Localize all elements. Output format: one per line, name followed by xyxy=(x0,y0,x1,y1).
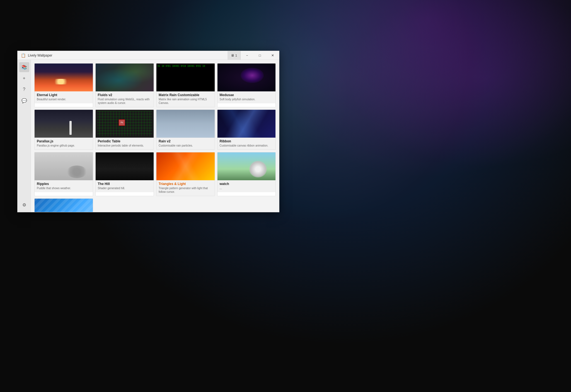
card-info-ripples: Ripples Puddle that shows weather. xyxy=(35,180,93,192)
card-desc-watch: ... xyxy=(220,186,274,190)
close-button[interactable]: ✕ xyxy=(266,51,279,60)
wallpaper-card-ribbon[interactable]: Ribbon Customisable canvas ribbon animat… xyxy=(217,109,276,150)
card-info-matrix-rain: Matrix Rain Customizable Matrix like rai… xyxy=(156,91,215,107)
card-title-medusae: Medusae xyxy=(220,93,274,97)
card-thumbnail-eternal-light xyxy=(35,64,93,91)
card-desc-fluids-v2: Fluid simulation using WebGL, reacts wit… xyxy=(98,98,152,105)
wallpaper-card-medusae[interactable]: Medusae Soft body jellyfish simulation. xyxy=(217,63,276,107)
titlebar: 📋 Lively Wallpaper 🖥 1 − □ ✕ xyxy=(18,51,279,60)
minimize-button[interactable]: − xyxy=(241,51,253,60)
maximize-button[interactable]: □ xyxy=(253,51,266,60)
card-desc-triangles-light: Triangle pattern generator with light th… xyxy=(159,186,212,194)
card-desc-parallax: Parallax.js engine github page. xyxy=(37,144,91,147)
card-desc-matrix-rain: Matrix like rain animation using HTML5 C… xyxy=(159,98,212,105)
card-desc-medusae: Soft body jellyfish simulation. xyxy=(220,98,274,101)
card-title-the-hill: The Hill xyxy=(98,182,152,186)
wallpaper-card-periodic-table[interactable]: Periodic Table Interactive periodic tabl… xyxy=(95,109,154,150)
card-thumbnail-ribbon xyxy=(217,110,276,138)
card-title-rain-v2: Rain v2 xyxy=(159,139,212,143)
card-info-parallax: Parallax.js Parallax.js engine github pa… xyxy=(35,138,93,150)
card-title-watch: watch xyxy=(220,182,274,186)
monitor-button[interactable]: 🖥 1 xyxy=(228,51,241,60)
card-title-parallax: Parallax.js xyxy=(37,139,91,143)
wallpaper-card-eternal-light[interactable]: Eternal Light Beautiful sunset render. xyxy=(34,63,93,107)
card-info-triangles-light: Triangles & Light Triangle pattern gener… xyxy=(156,180,215,196)
monitor-count: 1 xyxy=(235,54,237,57)
card-thumbnail-medusae xyxy=(217,64,276,91)
wallpaper-card-watch[interactable]: watch ... xyxy=(217,152,276,196)
card-thumbnail-fluids-v2 xyxy=(96,64,154,91)
wallpaper-card-parallax[interactable]: Parallax.js Parallax.js engine github pa… xyxy=(34,109,93,150)
card-thumbnail-the-hill xyxy=(96,152,154,180)
chat-icon: 💬 xyxy=(21,98,27,103)
wallpaper-card-waves[interactable]: Waves Three.js wave simulation. xyxy=(34,198,93,212)
titlebar-left: 📋 Lively Wallpaper xyxy=(21,53,52,58)
card-title-ribbon: Ribbon xyxy=(220,139,274,143)
card-thumbnail-watch xyxy=(217,152,276,180)
card-title-periodic-table: Periodic Table xyxy=(98,139,152,143)
card-info-fluids-v2: Fluids v2 Fluid simulation using WebGL, … xyxy=(96,91,154,107)
card-info-rain-v2: Rain v2 Customisable rain particles. xyxy=(156,138,215,150)
card-info-periodic-table: Periodic Table Interactive periodic tabl… xyxy=(96,138,154,150)
monitor-icon: 🖥 xyxy=(231,53,234,57)
card-thumbnail-ripples xyxy=(35,152,93,180)
wallpaper-grid-container[interactable]: Eternal Light Beautiful sunset render. F… xyxy=(31,60,279,212)
main-layout: 📚 + ? 💬 ⚙ Eternal Light xyxy=(18,60,279,212)
sidebar-item-add[interactable]: + xyxy=(19,73,29,83)
wallpaper-card-ripples[interactable]: Ripples Puddle that shows weather. xyxy=(34,152,93,196)
card-info-eternal-light: Eternal Light Beautiful sunset render. xyxy=(35,91,93,103)
card-title-fluids-v2: Fluids v2 xyxy=(98,93,152,97)
card-desc-rain-v2: Customisable rain particles. xyxy=(159,144,212,147)
help-icon: ? xyxy=(23,87,25,92)
titlebar-controls: 🖥 1 − □ ✕ xyxy=(228,51,279,60)
wallpaper-card-matrix-rain[interactable]: Matrix Rain Customizable Matrix like rai… xyxy=(156,63,215,107)
wallpaper-card-triangles-light[interactable]: Triangles & Light Triangle pattern gener… xyxy=(156,152,215,196)
card-title-eternal-light: Eternal Light xyxy=(37,93,91,97)
sidebar-item-help[interactable]: ? xyxy=(19,84,29,94)
wallpaper-card-the-hill[interactable]: The Hill Shader generated hill. xyxy=(95,152,154,196)
card-title-matrix-rain: Matrix Rain Customizable xyxy=(159,93,212,97)
card-thumbnail-waves xyxy=(35,199,93,212)
card-info-the-hill: The Hill Shader generated hill. xyxy=(96,180,154,192)
card-desc-ripples: Puddle that shows weather. xyxy=(37,186,91,190)
library-icon: 📚 xyxy=(21,65,27,70)
card-title-triangles-light: Triangles & Light xyxy=(159,182,212,186)
sidebar: 📚 + ? 💬 ⚙ xyxy=(18,60,31,212)
settings-icon: ⚙ xyxy=(22,202,26,208)
sidebar-item-library[interactable]: 📚 xyxy=(19,62,29,72)
card-info-watch: watch ... xyxy=(217,180,276,192)
sidebar-item-settings[interactable]: ⚙ xyxy=(19,200,29,210)
lively-wallpaper-window: 📋 Lively Wallpaper 🖥 1 − □ ✕ 📚 + ? xyxy=(17,51,279,212)
window-title: Lively Wallpaper xyxy=(28,53,52,57)
app-icon: 📋 xyxy=(21,53,26,58)
wallpaper-card-fluids-v2[interactable]: Fluids v2 Fluid simulation using WebGL, … xyxy=(95,63,154,107)
card-desc-ribbon: Customisable canvas ribbon animation. xyxy=(220,144,274,147)
sidebar-item-chat[interactable]: 💬 xyxy=(19,96,29,106)
add-icon: + xyxy=(23,76,25,81)
wallpaper-grid: Eternal Light Beautiful sunset render. F… xyxy=(34,63,276,212)
card-title-ripples: Ripples xyxy=(37,182,91,186)
card-desc-periodic-table: Interactive periodic table of elements. xyxy=(98,144,152,147)
card-thumbnail-rain-v2 xyxy=(156,110,215,138)
card-thumbnail-matrix-rain xyxy=(156,64,215,91)
card-info-medusae: Medusae Soft body jellyfish simulation. xyxy=(217,91,276,103)
card-thumbnail-triangles-light xyxy=(156,152,215,180)
card-thumbnail-parallax xyxy=(35,110,93,138)
card-desc-the-hill: Shader generated hill. xyxy=(98,186,152,190)
card-thumbnail-periodic-table xyxy=(96,110,154,138)
card-desc-eternal-light: Beautiful sunset render. xyxy=(37,98,91,101)
card-info-ribbon: Ribbon Customisable canvas ribbon animat… xyxy=(217,138,276,150)
wallpaper-card-rain-v2[interactable]: Rain v2 Customisable rain particles. xyxy=(156,109,215,150)
